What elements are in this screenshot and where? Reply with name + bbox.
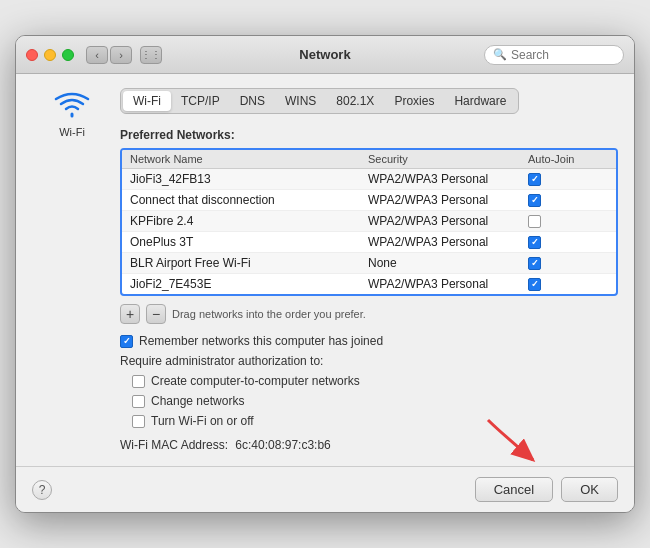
nav-buttons: ‹ › [86, 46, 132, 64]
tab-8021x[interactable]: 802.1X [326, 91, 384, 111]
col-security: Security [368, 153, 528, 165]
admin-option-2-checkbox[interactable] [132, 415, 145, 428]
admin-option-1-label: Change networks [151, 394, 244, 408]
network-security: WPA2/WPA3 Personal [368, 277, 528, 291]
tab-wins[interactable]: WINS [275, 91, 326, 111]
table-row[interactable]: JioFi3_42FB13 WPA2/WPA3 Personal [122, 169, 616, 190]
grid-button[interactable]: ⋮⋮ [140, 46, 162, 64]
network-security: WPA2/WPA3 Personal [368, 193, 528, 207]
autojoin-checkbox-0[interactable] [528, 173, 541, 186]
window-title: Network [299, 47, 350, 62]
remove-network-button[interactable]: − [146, 304, 166, 324]
networks-table: Network Name Security Auto-Join JioFi3_4… [120, 148, 618, 296]
search-icon: 🔍 [493, 48, 507, 61]
table-header: Network Name Security Auto-Join [122, 150, 616, 169]
network-name: KPFibre 2.4 [130, 214, 368, 228]
autojoin-checkbox-2[interactable] [528, 215, 541, 228]
table-row[interactable]: JioFi2_7E453E WPA2/WPA3 Personal [122, 274, 616, 294]
network-security: WPA2/WPA3 Personal [368, 235, 528, 249]
ok-button[interactable]: OK [561, 477, 618, 502]
network-security: None [368, 256, 528, 270]
admin-option-0-label: Create computer-to-computer networks [151, 374, 360, 388]
table-actions: + − Drag networks into the order you pre… [120, 304, 618, 324]
remember-networks-checkbox[interactable] [120, 335, 133, 348]
button-group: Cancel OK [475, 477, 618, 502]
col-network-name: Network Name [130, 153, 368, 165]
admin-option-2-row: Turn Wi-Fi on or off [120, 414, 618, 428]
content-area: Wi-Fi Wi-Fi TCP/IP DNS WINS 802.1X Proxi… [16, 74, 634, 466]
remember-networks-row: Remember networks this computer has join… [120, 334, 618, 348]
drag-hint: Drag networks into the order you prefer. [172, 308, 366, 320]
bottom-bar: ? Cancel OK [16, 466, 634, 512]
search-box[interactable]: 🔍 [484, 45, 624, 65]
close-button[interactable] [26, 49, 38, 61]
wifi-icon [54, 92, 90, 120]
tab-hardware[interactable]: Hardware [444, 91, 516, 111]
left-panel: Wi-Fi [32, 88, 112, 452]
network-name: OnePlus 3T [130, 235, 368, 249]
main-panel: Wi-Fi TCP/IP DNS WINS 802.1X Proxies Har… [112, 88, 618, 452]
network-name: Connect that disconnection [130, 193, 368, 207]
mac-address-value: 6c:40:08:97:c3:b6 [235, 438, 330, 452]
col-auto-join: Auto-Join [528, 153, 608, 165]
back-button[interactable]: ‹ [86, 46, 108, 64]
autojoin-checkbox-4[interactable] [528, 257, 541, 270]
titlebar: ‹ › ⋮⋮ Network 🔍 [16, 36, 634, 74]
autojoin-checkbox-5[interactable] [528, 278, 541, 291]
wifi-label: Wi-Fi [59, 126, 85, 138]
network-security: WPA2/WPA3 Personal [368, 214, 528, 228]
autojoin-checkbox-1[interactable] [528, 194, 541, 207]
tab-proxies[interactable]: Proxies [384, 91, 444, 111]
maximize-button[interactable] [62, 49, 74, 61]
network-name: JioFi3_42FB13 [130, 172, 368, 186]
network-name: JioFi2_7E453E [130, 277, 368, 291]
admin-option-0-checkbox[interactable] [132, 375, 145, 388]
tab-wifi[interactable]: Wi-Fi [123, 91, 171, 111]
mac-address-label: Wi-Fi MAC Address: [120, 438, 228, 452]
autojoin-checkbox-3[interactable] [528, 236, 541, 249]
search-input[interactable] [511, 48, 615, 62]
cancel-button[interactable]: Cancel [475, 477, 553, 502]
traffic-lights [26, 49, 74, 61]
preferred-networks-label: Preferred Networks: [120, 128, 618, 142]
remember-networks-label: Remember networks this computer has join… [139, 334, 383, 348]
add-network-button[interactable]: + [120, 304, 140, 324]
network-security: WPA2/WPA3 Personal [368, 172, 528, 186]
mac-address: Wi-Fi MAC Address: 6c:40:08:97:c3:b6 [120, 438, 618, 452]
table-row[interactable]: BLR Airport Free Wi-Fi None [122, 253, 616, 274]
table-row[interactable]: Connect that disconnection WPA2/WPA3 Per… [122, 190, 616, 211]
tab-tcpip[interactable]: TCP/IP [171, 91, 230, 111]
help-button[interactable]: ? [32, 480, 52, 500]
admin-option-1-row: Change networks [120, 394, 618, 408]
admin-option-1-checkbox[interactable] [132, 395, 145, 408]
admin-option-2-label: Turn Wi-Fi on or off [151, 414, 254, 428]
table-row[interactable]: OnePlus 3T WPA2/WPA3 Personal [122, 232, 616, 253]
tab-dns[interactable]: DNS [230, 91, 275, 111]
network-window: ‹ › ⋮⋮ Network 🔍 Wi-Fi [15, 35, 635, 513]
table-row[interactable]: KPFibre 2.4 WPA2/WPA3 Personal [122, 211, 616, 232]
admin-option-0-row: Create computer-to-computer networks [120, 374, 618, 388]
admin-section-label: Require administrator authorization to: [120, 354, 618, 368]
network-name: BLR Airport Free Wi-Fi [130, 256, 368, 270]
tabs: Wi-Fi TCP/IP DNS WINS 802.1X Proxies Har… [120, 88, 519, 114]
minimize-button[interactable] [44, 49, 56, 61]
forward-button[interactable]: › [110, 46, 132, 64]
